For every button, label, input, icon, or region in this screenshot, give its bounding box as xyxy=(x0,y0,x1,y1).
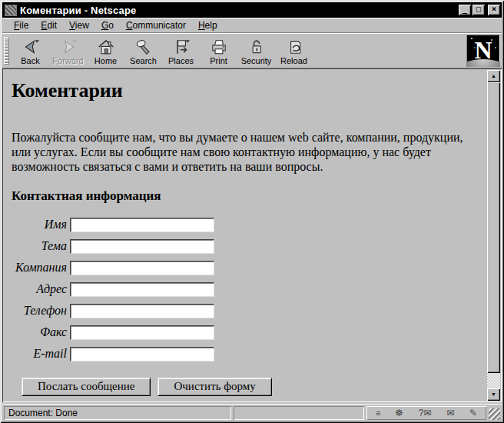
toolbar-label: Places xyxy=(168,56,194,65)
toolbar-button-home[interactable]: Home xyxy=(87,35,124,66)
maximize-button[interactable]: □ xyxy=(472,5,485,15)
guide-flag-icon xyxy=(172,37,191,56)
menu-edit[interactable]: Edit xyxy=(35,18,62,32)
toolbar-button-reload[interactable]: Reload xyxy=(275,35,313,66)
toolbar-grip[interactable] xyxy=(4,37,9,65)
menu-view[interactable]: View xyxy=(64,18,94,32)
fax-label: Факс xyxy=(12,321,70,343)
status-secondary-box xyxy=(234,406,364,420)
forward-arrow-icon xyxy=(59,37,78,56)
back-arrow-icon xyxy=(22,37,40,56)
toolbar-button-security[interactable]: Security xyxy=(237,35,275,66)
address-field[interactable] xyxy=(70,282,214,297)
padlock-icon xyxy=(247,37,266,56)
scrollbar-thumb[interactable] xyxy=(487,82,500,373)
printer-icon xyxy=(210,37,228,56)
form-buttons: Послать сообщение Очистить форму xyxy=(22,378,482,396)
resize-grip[interactable] xyxy=(489,408,500,420)
toolbar-button-places[interactable]: Places xyxy=(162,35,200,66)
company-field[interactable] xyxy=(70,261,214,275)
reload-icon xyxy=(285,37,303,56)
minimize-button[interactable]: _ xyxy=(459,5,471,15)
email-field[interactable] xyxy=(70,347,214,361)
close-button[interactable]: × xyxy=(488,5,500,15)
toolbar-button-print[interactable]: Print xyxy=(200,35,237,66)
toolbar-label: Security xyxy=(241,56,272,65)
form-row: Компания xyxy=(12,257,214,278)
submit-button[interactable]: Послать сообщение xyxy=(22,378,151,396)
composer-pencil-icon[interactable]: ✎ xyxy=(469,407,477,419)
web-page: Коментарии Пожалуйста сообщите нам, что … xyxy=(4,70,487,401)
navigation-toolbar: Back Forward Home xyxy=(2,33,502,68)
phone-field[interactable] xyxy=(70,304,214,318)
menu-communicator[interactable]: Communicator xyxy=(121,18,191,32)
name-field[interactable] xyxy=(70,218,214,232)
form-row: Телефон xyxy=(12,300,214,321)
menu-help[interactable]: Help xyxy=(193,18,223,32)
toolbar-label: Print xyxy=(210,56,227,65)
form-row: Факс xyxy=(12,321,214,343)
vertical-scrollbar[interactable]: ▲ ▼ xyxy=(487,70,500,401)
form-row: Адрес xyxy=(12,278,214,300)
intro-paragraph: Пожалуйста сообщите нам, что вы думаете … xyxy=(12,130,480,174)
flashlight-icon xyxy=(134,37,153,56)
component-handle-icon[interactable]: ≡ xyxy=(376,407,380,419)
toolbar-label: Search xyxy=(130,56,157,65)
home-icon xyxy=(97,37,115,56)
netscape-logo[interactable]: N xyxy=(466,35,500,67)
netscape-app-icon[interactable] xyxy=(5,5,17,16)
menu-file[interactable]: File xyxy=(8,18,34,32)
form-row: Тема xyxy=(12,235,214,257)
menu-go[interactable]: Go xyxy=(96,18,119,32)
scrollbar-track[interactable] xyxy=(487,373,500,388)
form-row: E-mail xyxy=(12,343,214,365)
toolbar-button-search[interactable]: Search xyxy=(124,35,162,66)
address-label: Адрес xyxy=(12,278,70,300)
toolbar-label: Reload xyxy=(280,56,307,65)
reset-button[interactable]: Очистить форму xyxy=(158,378,271,396)
scroll-up-button[interactable]: ▲ xyxy=(487,70,500,82)
netscape-window: Коментарии - Netscape _ □ × File Edit Vi… xyxy=(0,0,504,423)
form-row: Имя xyxy=(12,214,214,235)
titlebar[interactable]: Коментарии - Netscape _ □ × xyxy=(2,2,502,18)
toolbar-label: Forward xyxy=(52,56,83,65)
company-label: Компания xyxy=(12,257,70,278)
toolbar-button-back[interactable]: Back xyxy=(12,35,49,66)
browser-viewport: Коментарии Пожалуйста сообщите нам, что … xyxy=(2,68,502,402)
contact-form: Имя Тема Компания Адрес Телефон xyxy=(12,214,214,365)
subject-field[interactable] xyxy=(70,239,214,254)
menubar: File Edit View Go Communicator Help xyxy=(2,18,502,33)
fax-field[interactable] xyxy=(70,325,214,340)
page-title: Коментарии xyxy=(12,79,482,102)
component-bar: ≡ ☸ ?✉ ✉ ✎ xyxy=(366,406,486,420)
mailbox-icon[interactable]: ✉ xyxy=(446,407,454,419)
section-heading: Контактная информация xyxy=(12,188,482,204)
statusbar: Document: Done ≡ ☸ ?✉ ✉ ✎ xyxy=(2,404,502,421)
window-title: Коментарии - Netscape xyxy=(20,5,459,16)
toolbar-label: Home xyxy=(94,56,117,65)
navigator-wheel-icon[interactable]: ☸ xyxy=(395,407,403,419)
toolbar-button-forward[interactable]: Forward xyxy=(49,35,87,66)
status-message: Document: Done xyxy=(4,406,231,420)
scroll-down-button[interactable]: ▼ xyxy=(487,388,500,401)
logo-n-letter: N xyxy=(466,35,500,65)
phone-label: Телефон xyxy=(12,300,70,321)
toolbar-label: Back xyxy=(21,56,39,65)
subject-label: Тема xyxy=(12,235,70,257)
discussions-icon[interactable]: ?✉ xyxy=(419,407,432,419)
email-label: E-mail xyxy=(12,343,70,365)
name-label: Имя xyxy=(12,214,70,235)
